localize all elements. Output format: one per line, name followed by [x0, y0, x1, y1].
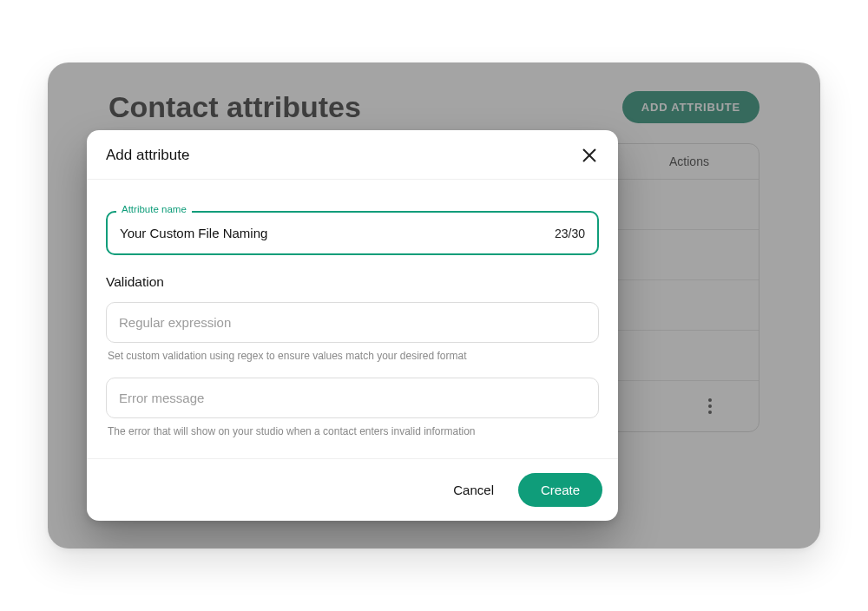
regex-hint: Set custom validation using regex to ens… — [108, 350, 597, 362]
create-button[interactable]: Create — [518, 473, 602, 507]
attribute-name-label: Attribute name — [116, 204, 192, 214]
app-window: Contact attributes ADD ATTRIBUTE Attribu… — [48, 62, 820, 549]
close-icon[interactable] — [580, 146, 599, 165]
error-message-hint: The error that will show on your studio … — [108, 425, 597, 437]
add-attribute-modal: Add attribute Attribute name 23/30 Valid… — [87, 130, 618, 521]
cancel-button[interactable]: Cancel — [448, 482, 499, 498]
modal-title: Add attribute — [106, 147, 189, 164]
attribute-name-counter: 23/30 — [555, 227, 585, 240]
error-message-input[interactable] — [106, 378, 599, 418]
attribute-name-field: Attribute name 23/30 — [106, 211, 599, 255]
attribute-name-input[interactable] — [106, 211, 599, 255]
regex-input[interactable] — [106, 302, 599, 343]
validation-section-label: Validation — [106, 274, 599, 290]
